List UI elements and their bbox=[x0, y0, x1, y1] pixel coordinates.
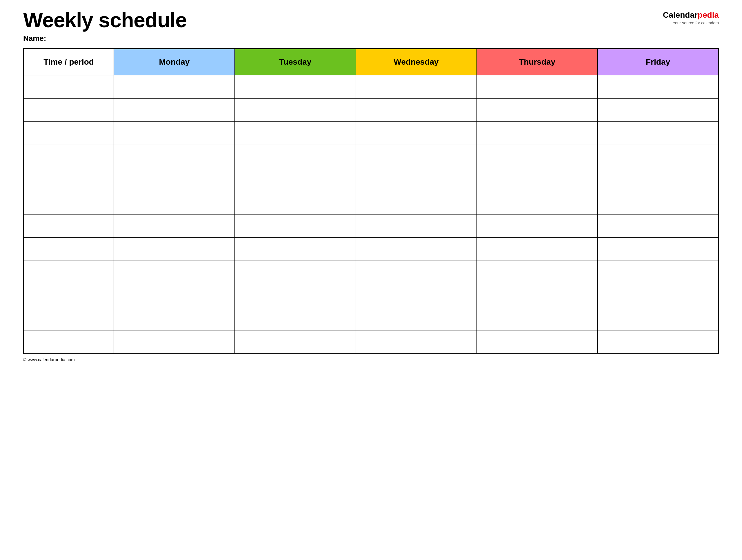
schedule-cell[interactable] bbox=[477, 238, 597, 261]
time-cell[interactable] bbox=[23, 261, 114, 284]
schedule-table: Time / period Monday Tuesday Wednesday T… bbox=[23, 49, 719, 354]
title-area: Weekly schedule Name: bbox=[23, 9, 663, 43]
schedule-cell[interactable] bbox=[114, 238, 235, 261]
schedule-cell[interactable] bbox=[235, 214, 356, 238]
schedule-cell[interactable] bbox=[114, 214, 235, 238]
time-cell[interactable] bbox=[23, 191, 114, 214]
logo-text: Calendarpedia bbox=[663, 10, 719, 20]
table-header-row: Time / period Monday Tuesday Wednesday T… bbox=[23, 49, 719, 75]
time-cell[interactable] bbox=[23, 145, 114, 168]
schedule-cell[interactable] bbox=[356, 307, 477, 330]
table-row bbox=[23, 238, 719, 261]
schedule-cell[interactable] bbox=[598, 75, 719, 98]
schedule-cell[interactable] bbox=[598, 98, 719, 121]
table-row bbox=[23, 330, 719, 353]
schedule-cell[interactable] bbox=[356, 238, 477, 261]
schedule-cell[interactable] bbox=[477, 191, 597, 214]
schedule-cell[interactable] bbox=[114, 75, 235, 98]
schedule-cell[interactable] bbox=[477, 168, 597, 191]
table-row bbox=[23, 75, 719, 98]
schedule-cell[interactable] bbox=[598, 330, 719, 353]
time-cell[interactable] bbox=[23, 168, 114, 191]
time-cell[interactable] bbox=[23, 75, 114, 98]
schedule-cell[interactable] bbox=[235, 330, 356, 353]
schedule-cell[interactable] bbox=[598, 307, 719, 330]
schedule-cell[interactable] bbox=[114, 168, 235, 191]
page-wrapper: Weekly schedule Name: Calendarpedia Your… bbox=[23, 9, 719, 362]
time-cell[interactable] bbox=[23, 214, 114, 238]
schedule-cell[interactable] bbox=[235, 98, 356, 121]
schedule-cell[interactable] bbox=[114, 121, 235, 145]
schedule-cell[interactable] bbox=[598, 168, 719, 191]
schedule-cell[interactable] bbox=[235, 145, 356, 168]
schedule-cell[interactable] bbox=[356, 75, 477, 98]
col-header-tuesday: Tuesday bbox=[235, 49, 356, 75]
table-row bbox=[23, 98, 719, 121]
table-row bbox=[23, 284, 719, 307]
schedule-cell[interactable] bbox=[235, 191, 356, 214]
name-label: Name: bbox=[23, 34, 663, 43]
schedule-cell[interactable] bbox=[598, 214, 719, 238]
table-row bbox=[23, 307, 719, 330]
footer-section: © www.calendarpedia.com bbox=[23, 357, 719, 362]
schedule-cell[interactable] bbox=[477, 261, 597, 284]
schedule-cell[interactable] bbox=[235, 261, 356, 284]
col-header-monday: Monday bbox=[114, 49, 235, 75]
schedule-cell[interactable] bbox=[598, 238, 719, 261]
schedule-cell[interactable] bbox=[114, 307, 235, 330]
time-cell[interactable] bbox=[23, 238, 114, 261]
schedule-cell[interactable] bbox=[477, 307, 597, 330]
col-header-time: Time / period bbox=[23, 49, 114, 75]
schedule-cell[interactable] bbox=[477, 214, 597, 238]
col-header-thursday: Thursday bbox=[477, 49, 597, 75]
schedule-cell[interactable] bbox=[356, 145, 477, 168]
time-cell[interactable] bbox=[23, 121, 114, 145]
schedule-cell[interactable] bbox=[598, 284, 719, 307]
schedule-tbody bbox=[23, 75, 719, 353]
schedule-cell[interactable] bbox=[356, 261, 477, 284]
schedule-cell[interactable] bbox=[598, 121, 719, 145]
schedule-cell[interactable] bbox=[235, 238, 356, 261]
schedule-cell[interactable] bbox=[598, 145, 719, 168]
schedule-cell[interactable] bbox=[235, 284, 356, 307]
schedule-cell[interactable] bbox=[114, 330, 235, 353]
schedule-cell[interactable] bbox=[235, 75, 356, 98]
table-row bbox=[23, 214, 719, 238]
schedule-cell[interactable] bbox=[114, 145, 235, 168]
time-cell[interactable] bbox=[23, 330, 114, 353]
schedule-cell[interactable] bbox=[477, 145, 597, 168]
logo-calendar: Calendar bbox=[663, 10, 698, 19]
logo-tagline: Your source for calendars bbox=[673, 20, 719, 25]
page-title: Weekly schedule bbox=[23, 9, 663, 32]
schedule-cell[interactable] bbox=[114, 191, 235, 214]
logo-pedia: pedia bbox=[698, 10, 719, 19]
table-row bbox=[23, 145, 719, 168]
schedule-cell[interactable] bbox=[114, 284, 235, 307]
schedule-cell[interactable] bbox=[235, 121, 356, 145]
time-cell[interactable] bbox=[23, 307, 114, 330]
schedule-cell[interactable] bbox=[356, 98, 477, 121]
schedule-cell[interactable] bbox=[356, 168, 477, 191]
schedule-cell[interactable] bbox=[356, 191, 477, 214]
schedule-cell[interactable] bbox=[477, 75, 597, 98]
schedule-cell[interactable] bbox=[356, 121, 477, 145]
schedule-cell[interactable] bbox=[598, 191, 719, 214]
schedule-cell[interactable] bbox=[356, 330, 477, 353]
schedule-cell[interactable] bbox=[114, 98, 235, 121]
header-section: Weekly schedule Name: Calendarpedia Your… bbox=[23, 9, 719, 43]
schedule-cell[interactable] bbox=[598, 261, 719, 284]
schedule-cell[interactable] bbox=[235, 168, 356, 191]
schedule-cell[interactable] bbox=[114, 261, 235, 284]
time-cell[interactable] bbox=[23, 284, 114, 307]
col-header-friday: Friday bbox=[598, 49, 719, 75]
schedule-cell[interactable] bbox=[477, 330, 597, 353]
footer-url: © www.calendarpedia.com bbox=[23, 357, 75, 362]
time-cell[interactable] bbox=[23, 98, 114, 121]
schedule-cell[interactable] bbox=[477, 121, 597, 145]
col-header-wednesday: Wednesday bbox=[356, 49, 477, 75]
schedule-cell[interactable] bbox=[477, 98, 597, 121]
schedule-cell[interactable] bbox=[477, 284, 597, 307]
schedule-cell[interactable] bbox=[356, 284, 477, 307]
schedule-cell[interactable] bbox=[356, 214, 477, 238]
schedule-cell[interactable] bbox=[235, 307, 356, 330]
